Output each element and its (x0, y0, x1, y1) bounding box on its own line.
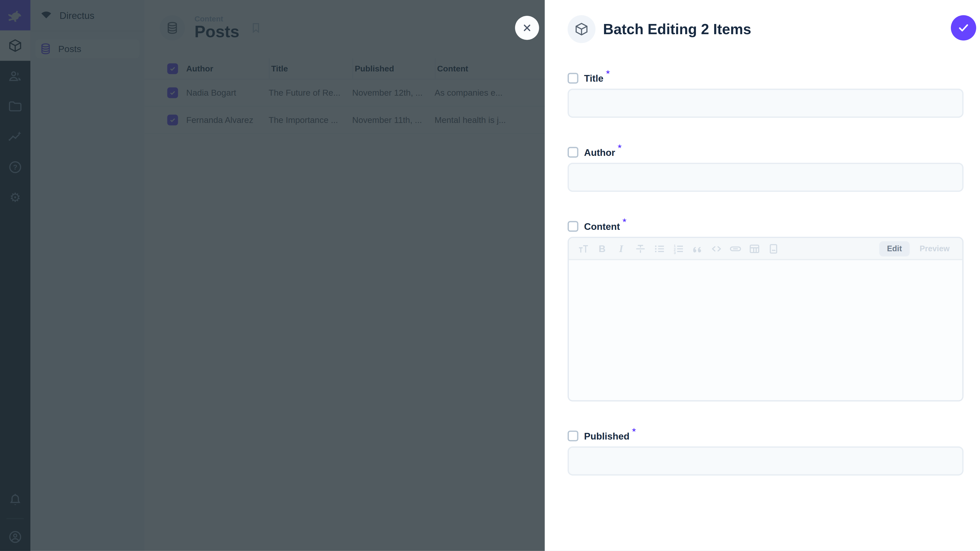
batch-edit-drawer: Batch Editing 2 Items Title★ Author★ (545, 0, 980, 551)
blockquote-button[interactable] (688, 240, 706, 257)
drawer-close-button[interactable] (515, 16, 539, 40)
markdown-editor: B I 123 (568, 237, 963, 401)
field-author-checkbox[interactable] (568, 147, 578, 157)
drawer-icon-circle (568, 15, 595, 43)
editor-tab-preview[interactable]: Preview (912, 241, 957, 256)
numbered-list-button[interactable]: 123 (669, 240, 687, 257)
image-icon (767, 242, 780, 255)
close-icon (520, 21, 533, 34)
required-star: ★ (617, 143, 622, 149)
required-star: ★ (622, 217, 627, 223)
link-icon (729, 242, 741, 255)
field-content-checkbox[interactable] (568, 221, 578, 231)
drawer-fields: Title★ Author★ Content★ (568, 71, 963, 475)
required-star: ★ (605, 68, 611, 75)
drawer-title: Batch Editing 2 Items (603, 21, 751, 38)
numbered-list-icon: 123 (672, 242, 684, 255)
quote-icon (691, 242, 703, 255)
field-title-label: Title★ (584, 73, 611, 83)
required-star: ★ (632, 427, 636, 433)
strikethrough-button[interactable] (631, 240, 649, 257)
field-published-label: Published★ (584, 430, 636, 441)
format-size-button[interactable] (574, 240, 592, 257)
field-published: Published★ (568, 429, 963, 475)
author-input[interactable] (568, 163, 963, 192)
published-input[interactable] (568, 446, 963, 475)
field-published-checkbox[interactable] (568, 430, 578, 441)
code-button[interactable] (707, 240, 725, 257)
bold-button[interactable]: B (593, 240, 611, 257)
bulleted-list-icon (653, 242, 666, 255)
app: ? ⚙ Directus Posts Content (0, 0, 980, 551)
content-editor-body[interactable] (569, 260, 962, 400)
save-button[interactable] (951, 15, 976, 41)
drawer-header: Batch Editing 2 Items (568, 15, 963, 43)
svg-text:3: 3 (673, 251, 676, 254)
code-icon (710, 242, 722, 255)
drawer-overlay[interactable] (0, 0, 545, 551)
image-button[interactable] (764, 240, 783, 257)
format-size-icon (577, 242, 590, 255)
check-icon (956, 21, 970, 35)
field-content-label: Content★ (584, 221, 627, 231)
box-icon (574, 21, 589, 37)
table-button[interactable] (745, 240, 763, 257)
editor-tab-edit[interactable]: Edit (880, 241, 910, 256)
field-author-label: Author★ (584, 147, 622, 157)
title-input[interactable] (568, 89, 963, 118)
field-author: Author★ (568, 145, 963, 192)
field-title-checkbox[interactable] (568, 73, 578, 83)
field-title: Title★ (568, 71, 963, 118)
link-button[interactable] (726, 240, 745, 257)
strikethrough-icon (634, 242, 646, 255)
bulleted-list-button[interactable] (650, 240, 668, 257)
table-icon (748, 242, 760, 255)
italic-button[interactable]: I (612, 240, 630, 257)
editor-toolbar: B I 123 (569, 238, 962, 260)
field-content: Content★ B I (568, 219, 963, 402)
